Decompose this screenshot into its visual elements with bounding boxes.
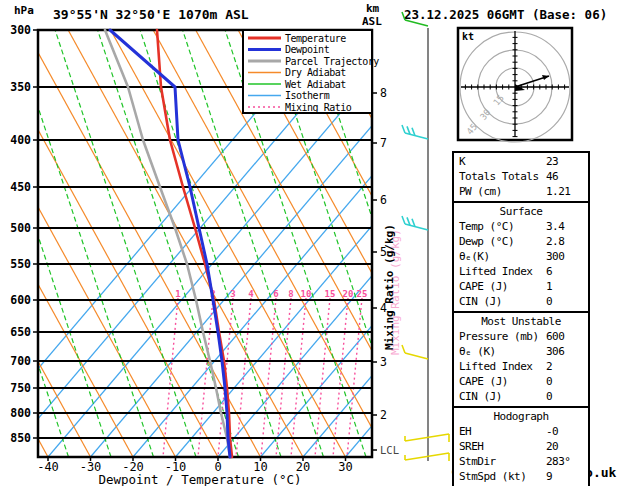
xaxis-title: Dewpoint / Temperature (°C): [98, 472, 301, 486]
table-row-value: 6: [546, 264, 552, 279]
legend-label: Dry Adiabat: [285, 67, 346, 78]
table-row-label: SREH: [459, 439, 484, 454]
mixing-ratio-value-label: 8: [288, 289, 293, 299]
pressure-tick-label: 400: [10, 133, 31, 147]
table-row-value: 2: [546, 359, 552, 374]
table-row: Lifted Index6: [454, 264, 588, 279]
mixing-ratio-value-label: 4: [248, 289, 254, 299]
table-row: SREH20: [454, 439, 588, 454]
table-row-label: θₑ (K): [459, 344, 496, 359]
km-tick-label: 8: [380, 86, 387, 100]
legend-label: Dewpoint: [285, 44, 330, 55]
table-row-value: 600: [546, 329, 564, 344]
table-section-most-unstable: Most UnstablePressure (mb)600θₑ (K)306Li…: [454, 311, 588, 406]
wind-barb: [402, 125, 428, 139]
table-section-header: Hodograph: [454, 409, 588, 424]
table-section-header: Most Unstable: [454, 314, 588, 329]
table-row: StmSpd (kt)9: [454, 469, 588, 484]
wind-barb: [402, 12, 428, 26]
table-row-label: Dewp (°C): [459, 234, 514, 249]
mixing-ratio-value-label: 20: [343, 289, 354, 299]
table-row-value: 0: [546, 294, 552, 309]
wind-barb: [402, 345, 428, 359]
skewt-sounding-page: { "titles": { "pressure_unit": "hPa", "l…: [0, 0, 629, 486]
table-row-label: StmSpd (kt): [459, 469, 526, 484]
pressure-tick-label: 800: [10, 406, 31, 420]
table-row: PW (cm)1.21: [454, 184, 588, 199]
table-section-surface: SurfaceTemp (°C)3.4Dewp (°C)2.8θₑ(K)300L…: [454, 201, 588, 311]
legend-label: Mixing Ratio: [285, 102, 352, 113]
table-row-label: EH: [459, 424, 471, 439]
table-row: K23: [454, 154, 588, 169]
table-row-value: 0: [546, 374, 552, 389]
temp-tick-label: -40: [37, 460, 59, 474]
table-row-label: Lifted Index: [459, 264, 532, 279]
table-row-label: CIN (J): [459, 389, 502, 404]
pressure-tick-label: 650: [10, 325, 31, 339]
dewpoint-curve: [110, 30, 230, 457]
table-row: CAPE (J)1: [454, 279, 588, 294]
table-row: CIN (J)0: [454, 389, 588, 404]
table-row-value: 0: [546, 389, 552, 404]
table-row: Totals Totals46: [454, 169, 588, 184]
table-row: Lifted Index2: [454, 359, 588, 374]
dry-adiabat-line: [0, 30, 6, 457]
mixing-ratio-line: [163, 298, 178, 457]
mixing-ratio-line: [347, 298, 362, 457]
km-tick-label: 7: [380, 136, 387, 150]
table-row: Pressure (mb)600: [454, 329, 588, 344]
sounding-indices-table: K23Totals Totals46PW (cm)1.21SurfaceTemp…: [452, 151, 590, 486]
table-row-value: 9: [546, 469, 552, 484]
wind-barb: [402, 216, 428, 230]
table-row: Dewp (°C)2.8: [454, 234, 588, 249]
km-tick-label: 2: [380, 408, 387, 422]
table-row-label: StmDir: [459, 454, 496, 469]
table-row: θₑ(K)300: [454, 249, 588, 264]
table-row: CIN (J)0: [454, 294, 588, 309]
table-row: StmDir283°: [454, 454, 588, 469]
wind-barb: [405, 453, 449, 461]
table-row-label: Lifted Index: [459, 359, 532, 374]
mixing-ratio-value-label: 10: [301, 289, 312, 299]
legend-label: Isotherm: [285, 90, 330, 101]
mixing-ratio-value-label: 15: [325, 289, 336, 299]
hodograph-unit-label: kt: [462, 31, 474, 42]
table-row: EH-0: [454, 424, 588, 439]
temp-tick-label: 30: [338, 460, 352, 474]
pressure-tick-label: 500: [10, 221, 31, 235]
pressure-tick-label: 450: [10, 180, 31, 194]
wet-adiabat-line: [13, 30, 154, 457]
mixing-ratio-axis-label: Mixing Ratio (g/kg): [383, 224, 396, 350]
pressure-tick-label: 300: [10, 23, 31, 37]
legend-label: Parcel Trajectory: [285, 56, 379, 67]
legend-label: Temperature: [285, 33, 346, 44]
mixing-ratio-value-label: 25: [357, 289, 368, 299]
mixing-ratio-line: [276, 298, 291, 457]
pressure-tick-label: 550: [10, 257, 31, 271]
table-row-label: CAPE (J): [459, 279, 508, 294]
mixing-ratio-value-label: 1: [175, 289, 180, 299]
isotherm-line: [601, 30, 629, 457]
table-row: Temp (°C)3.4: [454, 219, 588, 234]
table-row-label: Pressure (mb): [459, 329, 539, 344]
pressure-tick-label: 600: [10, 293, 31, 307]
table-row-label: K: [459, 154, 465, 169]
table-section-header: Surface: [454, 204, 588, 219]
table-row: θₑ (K)306: [454, 344, 588, 359]
table-row-label: CAPE (J): [459, 374, 508, 389]
table-row-value: 20: [546, 439, 558, 454]
table-row-value: 1: [546, 279, 552, 294]
pressure-tick-label: 350: [10, 80, 31, 94]
table-row-label: θₑ(K): [459, 249, 490, 264]
lcl-label: LCL: [380, 444, 399, 456]
pressure-tick-label: 850: [10, 431, 31, 445]
km-tick-label: 6: [380, 193, 387, 207]
legend-label: Wet Adiabat: [285, 79, 346, 90]
table-row-label: PW (cm): [459, 184, 502, 199]
mixing-ratio-line: [333, 298, 348, 457]
mixing-ratio-value-label: 6: [273, 289, 278, 299]
table-row-label: CIN (J): [459, 294, 502, 309]
table-row-label: Totals Totals: [459, 169, 539, 184]
table-section-hodograph: HodographEH-0SREH20StmDir283°StmSpd (kt)…: [454, 406, 588, 486]
wind-barb: [405, 434, 449, 442]
